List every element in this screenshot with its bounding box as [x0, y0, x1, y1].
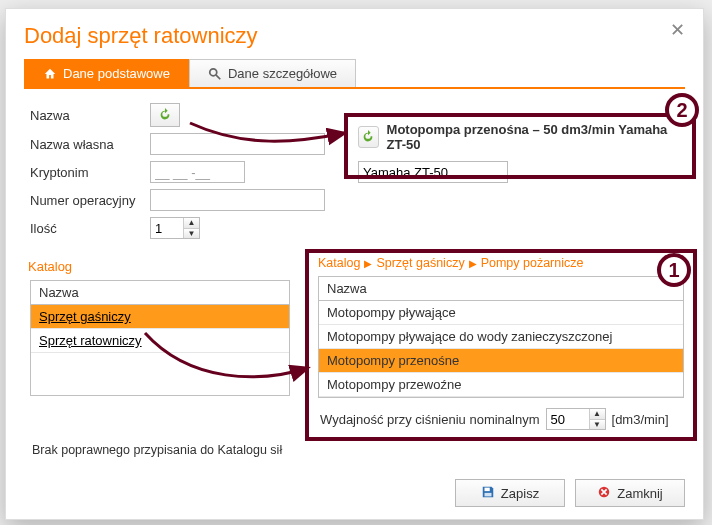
chevron-right-icon: ▶: [469, 258, 477, 269]
crumb-1[interactable]: Katalog: [318, 256, 360, 270]
own-name-label: Nazwa własna: [30, 137, 150, 152]
crumb-3[interactable]: Pompy pożarnicze: [481, 256, 584, 270]
svg-point-0: [210, 68, 217, 75]
catalog-row[interactable]: Sprzęt gaśniczy: [31, 305, 289, 329]
close-label: Zamknij: [617, 486, 663, 501]
breadcrumb: Katalog ▶ Sprzęt gaśniczy ▶ Pompy pożarn…: [310, 252, 692, 276]
tab-bar: Dane podstawowe Dane szczegółowe: [24, 59, 685, 89]
save-label: Zapisz: [501, 486, 539, 501]
svg-rect-2: [484, 487, 489, 491]
chevron-right-icon: ▶: [364, 258, 372, 269]
crumb-2[interactable]: Sprzęt gaśniczy: [376, 256, 464, 270]
badge-2: 2: [665, 93, 699, 127]
tab-basic-label: Dane podstawowe: [63, 66, 170, 81]
list-item[interactable]: Motopompy pływające do wody zanieczyszcz…: [319, 325, 683, 349]
catalog-warning: Brak poprawnego przypisania do Katalogu …: [32, 443, 282, 457]
tab-details[interactable]: Dane szczegółowe: [189, 59, 356, 87]
save-icon: [481, 485, 495, 502]
perf-unit: [dm3/min]: [612, 412, 669, 427]
name-label: Nazwa: [30, 108, 150, 123]
callout-name-input[interactable]: [358, 161, 508, 183]
opnum-label: Numer operacyjny: [30, 193, 150, 208]
qty-down-icon[interactable]: ▼: [184, 229, 199, 239]
perf-label: Wydajność przy ciśnieniu nominalnym: [320, 412, 540, 427]
close-button[interactable]: Zamknij: [575, 479, 685, 507]
catalog-row[interactable]: Sprzęt ratowniczy: [31, 329, 289, 353]
cancel-icon: [597, 485, 611, 502]
badge-1: 1: [657, 253, 691, 287]
list-item[interactable]: Motopompy przewoźne: [319, 373, 683, 397]
footer-buttons: Zapisz Zamknij: [455, 479, 685, 507]
perf-stepper[interactable]: ▲ ▼: [546, 408, 606, 430]
qty-label: Ilość: [30, 221, 150, 236]
svg-rect-3: [484, 492, 491, 496]
tab-details-label: Dane szczegółowe: [228, 66, 337, 81]
refresh-button[interactable]: [150, 103, 180, 127]
refresh-icon: [358, 126, 379, 148]
callout-catalog-drilldown: Katalog ▶ Sprzęt gaśniczy ▶ Pompy pożarn…: [310, 252, 692, 438]
dialog-title: Dodaj sprzęt ratowniczy: [24, 23, 685, 49]
callout-selected-item: Motopompa przenośna – 50 dm3/min Yamaha …: [350, 117, 690, 189]
list-item[interactable]: Motopompy pływające: [319, 301, 683, 325]
home-icon: [43, 67, 57, 81]
quantity-stepper[interactable]: ▲ ▼: [150, 217, 200, 239]
magnify-icon: [208, 67, 222, 81]
subcatalog-list: Nazwa Motopompy pływające Motopompy pływ…: [318, 276, 684, 398]
own-name-input[interactable]: [150, 133, 325, 155]
catalog-col-header: Nazwa: [31, 281, 289, 305]
catalog-table: Nazwa Sprzęt gaśniczy Sprzęt ratowniczy: [30, 280, 290, 396]
opnum-input[interactable]: [150, 189, 325, 211]
perf-up-icon[interactable]: ▲: [590, 409, 605, 420]
tab-basic[interactable]: Dane podstawowe: [24, 59, 189, 87]
svg-line-1: [216, 74, 220, 78]
list-item[interactable]: Motopompy przenośne: [319, 349, 683, 373]
save-button[interactable]: Zapisz: [455, 479, 565, 507]
perf-input[interactable]: [547, 409, 589, 429]
perf-down-icon[interactable]: ▼: [590, 420, 605, 430]
qty-input[interactable]: [151, 218, 183, 238]
codename-label: Kryptonim: [30, 165, 150, 180]
codename-input[interactable]: [150, 161, 245, 183]
qty-up-icon[interactable]: ▲: [184, 218, 199, 229]
subcatalog-col-header: Nazwa: [319, 277, 683, 301]
close-icon[interactable]: ✕: [670, 21, 685, 39]
callout-item-title: Motopompa przenośna – 50 dm3/min Yamaha …: [387, 122, 682, 152]
